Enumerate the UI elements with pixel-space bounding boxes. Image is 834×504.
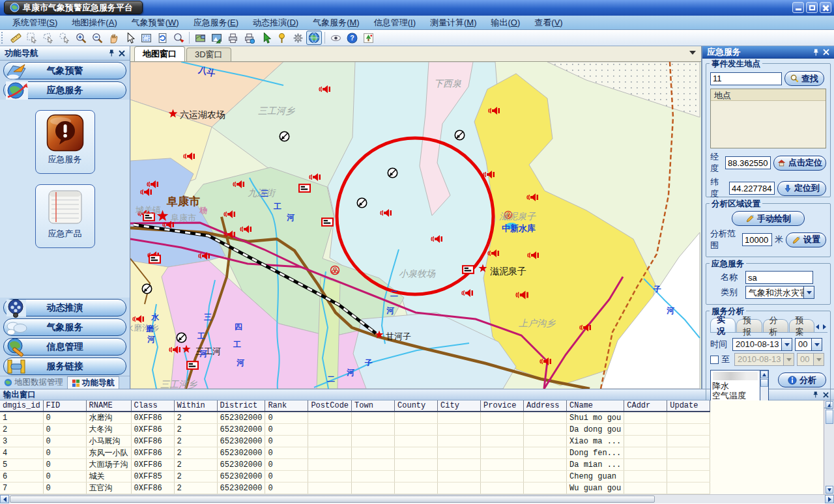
legend-image-icon[interactable] xyxy=(360,31,376,45)
pan-hand-icon[interactable] xyxy=(106,31,121,45)
column-header[interactable]: City xyxy=(438,400,481,412)
table-row[interactable]: 50大面场子沟0XFF8626523020000Da mian ... xyxy=(0,459,710,471)
menu-info-management[interactable]: 信息管理(I) xyxy=(367,16,423,29)
tab-live[interactable]: 实况 xyxy=(710,318,736,332)
dropdown-arrow-icon[interactable] xyxy=(811,339,822,350)
map-layers-icon[interactable] xyxy=(192,31,208,45)
output-vertical-scrollbar[interactable] xyxy=(824,400,834,494)
analyze-button[interactable]: 分析 xyxy=(778,372,826,387)
scroll-up-icon[interactable] xyxy=(760,371,768,378)
to-date-checkbox[interactable] xyxy=(710,356,719,364)
column-header[interactable]: Class xyxy=(131,400,174,412)
minimize-button[interactable] xyxy=(792,2,804,13)
pin-icon[interactable] xyxy=(106,48,117,58)
settings-gear-icon[interactable] xyxy=(290,31,306,45)
refresh-icon[interactable] xyxy=(154,31,170,45)
column-header[interactable]: Provice xyxy=(481,400,524,412)
service-type-select[interactable]: 气象和洪水灾害 xyxy=(745,286,814,299)
search-button[interactable]: 查找 xyxy=(784,71,824,86)
table-row[interactable]: 10水磨沟0XFF8626523020000Shui mo gou xyxy=(0,412,710,424)
emergency-product-button[interactable]: 应急产品 xyxy=(35,184,95,248)
column-header[interactable]: District xyxy=(217,400,265,412)
select-lasso-icon[interactable] xyxy=(40,31,56,45)
map-canvas[interactable]: 八斗 六运湖农场 三工河乡 下西泉 九运街 阜康市 城关镇 阜康市 滋泥泉子 中… xyxy=(130,62,700,389)
column-header[interactable]: CName xyxy=(567,400,624,412)
nav-group-info-management[interactable]: 信息管理 xyxy=(3,338,126,356)
menu-emergency-service[interactable]: 应急服务(E) xyxy=(186,16,246,29)
tab-plan[interactable]: 预案 xyxy=(789,319,814,332)
web-services-globe-icon[interactable] xyxy=(306,31,322,45)
column-header[interactable]: Rank xyxy=(265,400,308,412)
close-icon[interactable] xyxy=(117,48,127,58)
nav-group-service-links[interactable]: 服务链接 xyxy=(3,357,126,375)
nav-group-weather-warning[interactable]: 气象预警 xyxy=(3,62,126,79)
date-picker[interactable]: 2010-08-13 xyxy=(732,338,792,351)
range-input[interactable] xyxy=(742,233,772,246)
click-locate-button[interactable]: 点击定位 xyxy=(773,156,826,171)
tab-forecast[interactable]: 预报 xyxy=(736,319,762,332)
dropdown-arrow-icon[interactable] xyxy=(781,339,792,350)
emergency-service-button[interactable]: 应急服务 xyxy=(35,110,95,174)
table-row[interactable]: 70五官沟0XFF8626523020000Wu guan gou xyxy=(0,483,710,494)
scroll-thumb[interactable] xyxy=(10,496,655,503)
menu-view[interactable]: 查看(V) xyxy=(527,16,569,29)
hour-picker[interactable]: 00 xyxy=(795,338,822,351)
dropdown-arrow-icon[interactable] xyxy=(803,287,814,298)
tab-function-navigation[interactable]: 功能导航 xyxy=(67,376,119,389)
scroll-down-icon[interactable] xyxy=(826,486,833,494)
print-icon[interactable] xyxy=(225,31,240,45)
zoom-out-icon[interactable] xyxy=(89,31,105,45)
menu-weather-warning[interactable]: 气象预警(W) xyxy=(124,16,186,29)
column-header[interactable]: Within xyxy=(174,400,217,412)
menu-output[interactable]: 输出(O) xyxy=(484,16,528,29)
full-extent-icon[interactable] xyxy=(138,31,154,45)
menu-dynamic-deduction[interactable]: 动态推演(D) xyxy=(246,16,306,29)
tab-3d-view[interactable]: 3D窗口 xyxy=(186,48,231,61)
column-header[interactable]: County xyxy=(395,400,438,412)
table-row[interactable]: 60城关0XFF8526523020000Cheng guan xyxy=(0,471,710,483)
listbox-scrollbar[interactable] xyxy=(760,371,768,402)
location-search-input[interactable] xyxy=(710,72,782,85)
zoom-rate-icon[interactable] xyxy=(171,31,186,45)
select-box-icon[interactable] xyxy=(24,31,40,45)
latitude-input[interactable] xyxy=(729,182,775,195)
menu-map-operations[interactable]: 地图操作(A) xyxy=(65,16,124,29)
select-feature-icon[interactable] xyxy=(257,31,273,45)
column-header[interactable]: CAddr xyxy=(624,400,667,412)
menu-system[interactable]: 系统管理(S) xyxy=(5,16,65,29)
date-picker-end[interactable]: 2010-08-13 xyxy=(734,353,794,366)
measure-icon[interactable] xyxy=(8,31,23,45)
output-horizontal-scrollbar[interactable] xyxy=(0,494,834,503)
column-header[interactable]: PostCode xyxy=(308,400,352,412)
column-header[interactable]: dmgis_id xyxy=(0,400,43,412)
locate-to-button[interactable]: 定位到 xyxy=(777,181,826,196)
nav-group-weather-service[interactable]: 气象服务 xyxy=(3,318,126,336)
longitude-input[interactable] xyxy=(725,156,771,169)
column-header[interactable]: RNAME xyxy=(86,400,131,412)
nav-group-emergency-service[interactable]: 应急服务 xyxy=(3,81,126,99)
export-map-icon[interactable] xyxy=(208,31,224,45)
restore-button[interactable] xyxy=(806,2,818,13)
column-header[interactable]: Update xyxy=(667,400,710,412)
column-header[interactable]: Address xyxy=(524,400,567,412)
nav-group-dynamic-deduction[interactable]: 动态推演 xyxy=(3,299,126,316)
analysis-listbox[interactable]: 降水空气温度 xyxy=(710,370,769,402)
menu-measurement[interactable]: 测量计算(M) xyxy=(423,16,484,29)
visibility-eye-icon[interactable] xyxy=(328,31,343,45)
scroll-left-icon[interactable] xyxy=(0,495,9,503)
tab-scroll-left-icon[interactable] xyxy=(814,323,820,330)
map-canvas-container[interactable]: 八斗 六运湖农场 三工河乡 下西泉 九运街 阜康市 城关镇 阜康市 滋泥泉子 中… xyxy=(130,62,701,389)
close-icon[interactable] xyxy=(821,48,831,57)
placemark-icon[interactable] xyxy=(274,31,289,45)
tab-map-view[interactable]: 地图窗口 xyxy=(134,46,185,61)
select-point-icon[interactable] xyxy=(57,31,72,45)
set-range-button[interactable]: 设置 xyxy=(786,232,826,247)
list-item[interactable]: 空气温度 xyxy=(711,391,760,400)
hour-picker-end[interactable]: 00 xyxy=(797,353,824,366)
manual-draw-button[interactable]: 手动绘制 xyxy=(732,211,805,226)
tab-scroll-right-icon[interactable] xyxy=(822,323,827,330)
location-results-list[interactable]: 地点 xyxy=(710,89,826,148)
table-row[interactable]: 40东风一小队0XFF8626523020000Dong fen... xyxy=(0,447,710,459)
service-name-input[interactable] xyxy=(745,271,813,284)
pointer-icon[interactable] xyxy=(122,31,137,45)
